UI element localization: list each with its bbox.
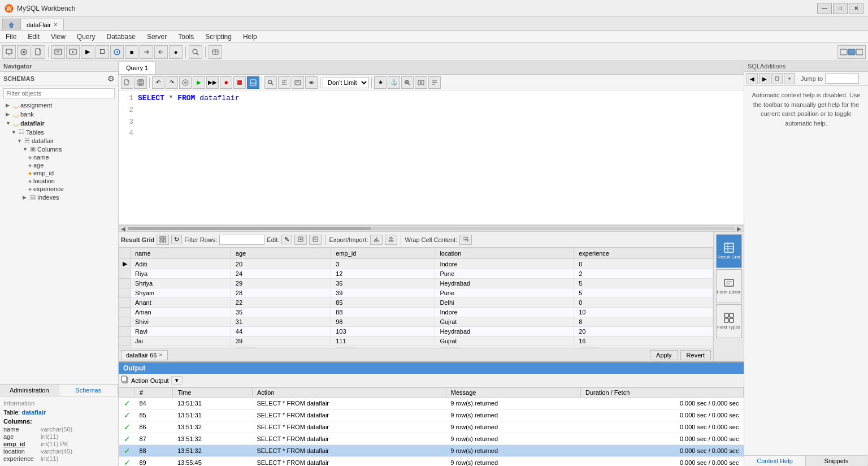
table-row[interactable]: Shriya 29 36 Heydrabad 5 [119, 279, 713, 288]
wrap-cell-btn[interactable] [459, 235, 472, 245]
bookmark-button[interactable]: ⚓ [388, 76, 400, 89]
menu-scripting[interactable]: Scripting [199, 32, 237, 42]
inspector-button[interactable] [209, 45, 222, 59]
close-button[interactable]: ✕ [849, 3, 863, 14]
table-row[interactable]: Anant 22 85 Delhi 0 [119, 298, 713, 308]
toggle-panel-button[interactable] [837, 45, 866, 59]
output-row[interactable]: ✓ 85 13:51:31 SELECT * FROM dataflair 9 … [119, 409, 744, 421]
output-col-num[interactable]: # [135, 388, 173, 398]
output-col-message[interactable]: Message [446, 388, 580, 398]
home-tab[interactable] [2, 19, 20, 30]
context-help-tab[interactable]: Context Help [744, 456, 806, 466]
col-header-empid[interactable]: emp_id [331, 248, 435, 259]
action-output-dropdown[interactable]: ▼ [171, 376, 183, 385]
col-header-age[interactable]: age [231, 248, 331, 259]
schema-tables[interactable]: ▼ ☵ Tables [0, 128, 118, 136]
table-row[interactable]: Aman 35 88 Indore 10 [119, 308, 713, 317]
revert-button[interactable]: Revert [680, 350, 711, 360]
query-button-8[interactable] [154, 45, 168, 59]
output-table-wrapper[interactable]: # Time Action Message Duration / Fetch ✓… [119, 387, 744, 466]
table-row[interactable]: Shyam 28 39 Pune 5 [119, 288, 713, 298]
explain-button[interactable] [179, 76, 192, 89]
execute-all-button[interactable]: ▶▶ [206, 76, 219, 89]
beautify-button[interactable] [278, 76, 290, 89]
result-tab-dataflair[interactable]: dataflair 66 ✕ [121, 350, 168, 360]
result-grid[interactable]: name age emp_id location experience ▶ Ad… [119, 248, 713, 348]
table-row[interactable]: Jai 39 111 Gujrat 16 [119, 336, 713, 346]
save-file-button[interactable] [134, 76, 147, 89]
query-button-2[interactable] [66, 45, 80, 59]
schemas-action-button[interactable]: ⚙ [107, 74, 115, 83]
search-button[interactable] [189, 45, 202, 59]
execute-button[interactable]: ▶ [193, 76, 205, 89]
tab-close-icon[interactable]: ✕ [53, 21, 58, 28]
filter-input[interactable] [3, 88, 115, 98]
search-replace-button[interactable] [264, 76, 277, 89]
scroll-right-icon[interactable]: ▶ [737, 226, 741, 232]
undo-button[interactable]: ↶ [152, 76, 164, 89]
output-row[interactable]: ✓ 86 13:51:32 SELECT * FROM dataflair 9 … [119, 421, 744, 433]
dataflair-tab[interactable]: dataFlair ✕ [20, 19, 64, 30]
query-button-6[interactable]: ■ [125, 45, 138, 59]
column-experience[interactable]: ◆ experience [0, 185, 118, 193]
query-button-3[interactable]: ▶ [81, 45, 94, 59]
output-row[interactable]: ✓ 88 13:51:32 SELECT * FROM dataflair 9 … [119, 445, 744, 457]
editor-content[interactable]: SELECT * FROM dataflair [138, 93, 741, 222]
output-col-duration[interactable]: Duration / Fetch [581, 388, 744, 398]
form-editor-side-btn[interactable]: Form Editor [716, 269, 742, 303]
table-dataflair[interactable]: ▼ ☵ dataflair [0, 136, 118, 145]
output-col-action[interactable]: Action [252, 388, 446, 398]
star-button[interactable]: ★ [374, 76, 387, 89]
maximize-button[interactable]: □ [833, 3, 848, 14]
result-refresh-btn[interactable]: ↻ [171, 235, 182, 244]
result-grid-side-btn[interactable]: Result Grid [716, 234, 742, 268]
new-connection-button[interactable] [2, 45, 16, 59]
edit-btn-3[interactable] [309, 235, 322, 245]
edit-btn-2[interactable] [294, 235, 307, 245]
manage-connections-button[interactable] [17, 45, 31, 59]
indexes-group[interactable]: ▶ ▤ Indexes [0, 193, 118, 201]
wrap-button[interactable] [292, 76, 304, 89]
table-row[interactable]: Ravi 44 103 Heydrabad 20 [119, 327, 713, 336]
menu-edit[interactable]: Edit [22, 32, 45, 42]
word-wrap-button[interactable] [428, 76, 441, 89]
toggle-output-button[interactable] [247, 76, 259, 89]
result-tab-close-icon[interactable]: ✕ [158, 352, 163, 358]
menu-query[interactable]: Query [71, 32, 101, 42]
query-button-9[interactable]: ● [169, 45, 183, 59]
stop-all-button[interactable] [233, 76, 246, 89]
menu-database[interactable]: Database [101, 32, 141, 42]
column-age[interactable]: ◆ age [0, 161, 118, 169]
query-button-1[interactable] [51, 45, 65, 59]
column-emp-id[interactable]: ◆ emp_id [0, 169, 118, 177]
query-button-7[interactable] [140, 45, 153, 59]
sa-prev-btn[interactable]: ◀ [747, 73, 758, 84]
result-grid-view-btn[interactable] [157, 235, 169, 245]
tab-schemas[interactable]: Schemas [59, 385, 119, 396]
table-row[interactable]: Shivi 31 98 Gujrat 8 [119, 317, 713, 327]
schema-item-bank[interactable]: ▶ ◡ bank [0, 110, 118, 119]
open-file-button[interactable] [121, 76, 133, 89]
scroll-track[interactable] [128, 227, 735, 230]
table-row[interactable]: Riya 24 12 Pune 2 [119, 269, 713, 279]
apply-button[interactable]: Apply [650, 350, 678, 360]
output-row[interactable]: ✓ 87 13:51:32 SELECT * FROM dataflair 9 … [119, 433, 744, 445]
output-row[interactable]: ✓ 84 13:51:31 SELECT * FROM dataflair 9 … [119, 398, 744, 409]
columns-group[interactable]: ▼ ▣ Columns [0, 145, 118, 153]
import-btn[interactable] [385, 235, 397, 245]
col-header-name[interactable]: name [131, 248, 231, 259]
redo-button[interactable]: ↷ [166, 76, 178, 89]
edit-btn-1[interactable]: ✎ [281, 235, 292, 244]
sa-btn-3[interactable] [771, 73, 783, 84]
export-btn[interactable] [370, 235, 383, 245]
query-editor[interactable]: 1 2 3 4 SELECT * FROM dataflair [119, 90, 744, 225]
schema-item-assignment[interactable]: ▶ ◡ assignment [0, 101, 118, 110]
split-button[interactable] [415, 76, 427, 89]
tab-administration[interactable]: Administration [0, 385, 59, 396]
menu-file[interactable]: File [0, 32, 22, 42]
horizontal-scrollbar[interactable]: ◀ ▶ [119, 225, 744, 232]
query-button-4[interactable]: ☐ [96, 45, 109, 59]
query-button-5[interactable] [110, 45, 124, 59]
menu-server[interactable]: Server [141, 32, 172, 42]
output-copy-btn[interactable] [121, 376, 129, 385]
